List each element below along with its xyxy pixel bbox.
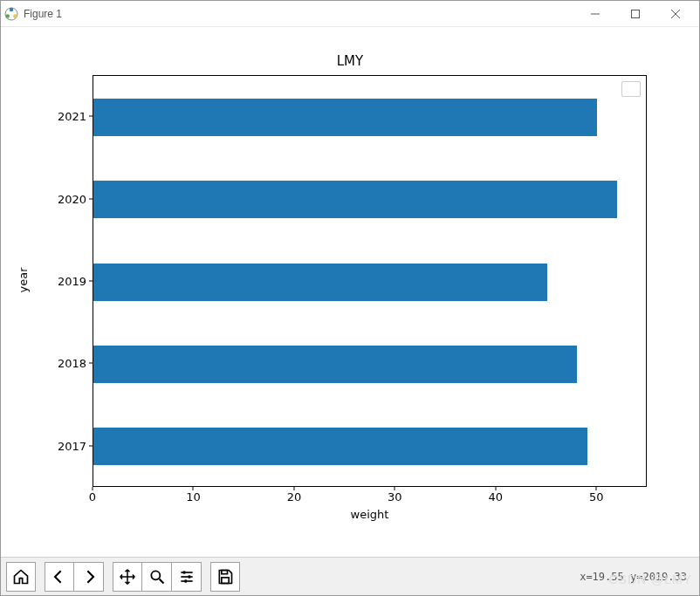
ytick-label: 2017 — [51, 439, 86, 452]
ytick-mark — [89, 198, 93, 199]
svg-rect-17 — [222, 577, 229, 583]
ytick-mark — [89, 445, 93, 446]
svg-rect-16 — [222, 570, 228, 573]
bar-2021 — [93, 99, 597, 136]
legend — [621, 81, 641, 97]
window-titlebar: Figure 1 — [1, 1, 699, 27]
save-button[interactable] — [210, 562, 240, 592]
bar-2020 — [93, 181, 617, 218]
toolbar: x=19.55 y=2019.33 — [1, 557, 699, 595]
ytick-mark — [89, 116, 93, 117]
ytick-label: 2021 — [51, 110, 86, 123]
svg-point-1 — [10, 7, 14, 11]
maximize-button[interactable] — [615, 1, 655, 27]
app-icon — [4, 7, 18, 21]
xtick-mark — [596, 487, 597, 490]
xtick-mark — [193, 487, 194, 490]
xtick-mark — [93, 487, 93, 490]
pan-button[interactable] — [113, 562, 142, 592]
svg-rect-5 — [632, 10, 640, 17]
axes — [93, 75, 647, 487]
ytick-mark — [89, 363, 93, 364]
close-button[interactable] — [655, 1, 696, 27]
xtick-label: 30 — [388, 490, 402, 504]
y-axis-label: year — [17, 267, 30, 292]
xtick-mark — [293, 487, 294, 490]
ytick-label: 2020 — [51, 192, 86, 205]
xtick-label: 40 — [489, 490, 504, 504]
zoom-button[interactable] — [142, 562, 172, 592]
minimize-button[interactable] — [575, 1, 615, 27]
ytick-label: 2019 — [51, 275, 86, 288]
xtick-mark — [395, 487, 395, 490]
xtick-label: 20 — [287, 490, 302, 504]
coord-status: x=19.55 y=2019.33 — [580, 571, 694, 583]
plot-canvas[interactable]: LMY year weight 20172018201920202021 010… — [1, 27, 699, 557]
svg-rect-15 — [184, 579, 187, 582]
configure-button[interactable] — [172, 562, 202, 592]
xtick-label: 0 — [89, 490, 96, 504]
svg-line-9 — [159, 579, 163, 583]
chart-title: LMY — [1, 53, 699, 69]
svg-point-3 — [5, 14, 10, 18]
window-title: Figure 1 — [24, 8, 62, 20]
svg-point-8 — [151, 571, 160, 579]
svg-rect-14 — [188, 575, 190, 578]
bar-2017 — [93, 428, 587, 465]
ytick-mark — [89, 281, 93, 282]
xtick-label: 10 — [186, 490, 201, 504]
x-axis-label: weight — [93, 508, 647, 521]
home-button[interactable] — [6, 562, 36, 592]
back-button[interactable] — [45, 562, 74, 592]
bar-2018 — [93, 346, 577, 383]
forward-button[interactable] — [74, 562, 104, 592]
xtick-label: 50 — [589, 490, 604, 504]
svg-point-2 — [13, 14, 17, 18]
bar-2019 — [93, 264, 547, 301]
ytick-label: 2018 — [51, 357, 86, 370]
svg-rect-13 — [182, 571, 185, 573]
xtick-mark — [495, 487, 496, 490]
